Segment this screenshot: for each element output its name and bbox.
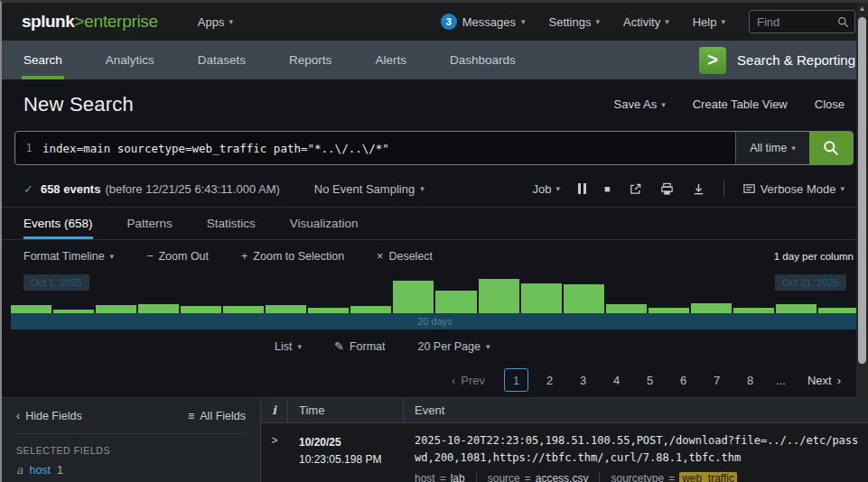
event-sampling-menu[interactable]: No Event Sampling ▾ — [314, 182, 425, 196]
timeline-bar[interactable] — [11, 305, 51, 313]
tab-visualization[interactable]: Visualization — [290, 208, 359, 239]
scroll-up-icon[interactable]: ▲ — [856, 5, 868, 13]
timeline-bar[interactable] — [521, 283, 562, 313]
prev-page-button[interactable]: ‹ Prev — [452, 374, 485, 387]
apps-menu[interactable]: Apps ▾ — [198, 15, 233, 29]
create-table-view-button[interactable]: Create Table View — [693, 97, 788, 111]
timeline-bar[interactable] — [606, 304, 647, 313]
page-button-1[interactable]: 1 — [504, 368, 528, 392]
timeline-bar[interactable] — [138, 304, 179, 313]
timeline-bar[interactable] — [776, 304, 817, 313]
print-icon — [660, 182, 674, 196]
event-raw-text[interactable]: 2025-10-20T22:23:05,198.51.100.55,POST,/… — [415, 432, 863, 467]
per-page-label: 20 Per Page — [417, 340, 481, 353]
messages-menu[interactable]: 3 Messages ▾ — [441, 14, 526, 30]
fields-sidebar: ‹ Hide Fields ≡ All Fields SELECTED FIEL… — [2, 398, 261, 482]
create-table-view-label: Create Table View — [693, 97, 788, 111]
nav-item-analytics[interactable]: Analytics — [104, 41, 156, 79]
all-fields-button[interactable]: ≡ All Fields — [188, 410, 246, 422]
timeline-bar[interactable] — [181, 306, 221, 313]
timeline-bar[interactable] — [564, 284, 604, 313]
current-app[interactable]: > Search & Reporting — [699, 41, 855, 79]
field-item-host[interactable]: a host 1 — [16, 463, 246, 477]
share-job-button[interactable] — [629, 182, 642, 196]
view-type-menu[interactable]: List ▾ — [275, 340, 302, 353]
nav-item-search[interactable]: Search — [22, 41, 64, 79]
print-button[interactable] — [660, 182, 674, 196]
event-field-host[interactable]: host = lab — [415, 472, 476, 482]
help-menu[interactable]: Help ▾ — [693, 15, 725, 29]
scrollbar-thumb[interactable] — [858, 17, 866, 364]
timeline-histogram[interactable]: 20 days Oct 1, 2025 Oct 21, 2025 — [11, 272, 859, 329]
expand-event-button[interactable]: > — [261, 423, 288, 482]
search-mode-menu[interactable]: Verbose Mode ▾ — [742, 182, 845, 196]
page-button-4[interactable]: 4 — [604, 368, 629, 392]
nav-item-datasets[interactable]: Datasets — [196, 41, 247, 79]
activity-menu[interactable]: Activity ▾ — [623, 15, 669, 29]
settings-menu[interactable]: Settings ▾ — [549, 15, 601, 29]
format-results-label: Format — [350, 340, 386, 353]
chevron-down-icon: ▾ — [595, 17, 600, 26]
timeline-bar[interactable] — [393, 281, 434, 313]
job-label: Job — [532, 182, 551, 196]
vertical-scrollbar[interactable]: ▲ — [856, 3, 868, 398]
time-range-picker[interactable]: All time ▾ — [735, 132, 809, 164]
page-button-5[interactable]: 5 — [638, 368, 662, 392]
event-field-sourcetype[interactable]: sourcetype = web_traffic — [599, 472, 748, 482]
nav-item-alerts[interactable]: Alerts — [373, 41, 408, 79]
format-results-menu[interactable]: ✎ Format — [334, 339, 386, 353]
chevron-right-icon: › — [837, 374, 841, 387]
timeline-bar[interactable] — [266, 305, 306, 313]
hide-fields-button[interactable]: ‹ Hide Fields — [16, 410, 82, 422]
run-search-button[interactable] — [809, 132, 853, 164]
tab-statistics[interactable]: Statistics — [207, 208, 256, 239]
save-as-button[interactable]: Save As ▾ — [613, 97, 665, 111]
search-query-input[interactable]: index=main sourcetype=web_traffic path="… — [42, 132, 735, 164]
page-button-2[interactable]: 2 — [537, 368, 562, 392]
timeline-bar[interactable] — [691, 303, 732, 313]
timeline-start-label: Oct 1, 2025 — [23, 274, 89, 291]
job-menu[interactable]: Job ▾ — [532, 182, 560, 196]
all-fields-label: All Fields — [200, 410, 246, 422]
find-search-box[interactable] — [749, 10, 855, 33]
deselect-button[interactable]: × Deselect — [377, 250, 433, 263]
chevron-down-icon: ▾ — [661, 100, 666, 109]
page-title: New Search — [23, 93, 134, 116]
timeline-bar[interactable] — [818, 308, 859, 313]
page-button-3[interactable]: 3 — [571, 368, 595, 392]
nav-label: Reports — [289, 53, 331, 67]
timeline-bar[interactable] — [479, 279, 519, 313]
timeline-bar[interactable] — [649, 308, 689, 313]
nav-item-dashboards[interactable]: Dashboards — [448, 41, 518, 79]
timeline-bar[interactable] — [223, 306, 264, 313]
timeline-bar[interactable] — [435, 291, 476, 313]
tab-events[interactable]: Events (658) — [23, 208, 93, 239]
zoom-to-selection-button[interactable]: + Zoom to Selection — [241, 250, 344, 263]
stop-job-button[interactable]: ■ — [604, 183, 611, 194]
event-sampling-label: No Event Sampling — [314, 182, 415, 196]
event-field-source[interactable]: source = access.csv — [476, 472, 600, 482]
timeline-selection-band[interactable]: 20 days — [11, 313, 859, 329]
page-header: New Search Save As ▾ Create Table View C… — [2, 79, 868, 129]
timeline-bar[interactable] — [733, 308, 774, 313]
zoom-out-button[interactable]: − Zoom Out — [146, 250, 209, 263]
timeline-bar[interactable] — [308, 308, 349, 313]
splunk-logo[interactable]: splunk>enterprise — [22, 12, 158, 32]
timeline-bar[interactable] — [96, 305, 136, 313]
column-header-time[interactable]: Time — [288, 398, 404, 422]
timeline-bar[interactable] — [53, 310, 94, 313]
nav-item-reports[interactable]: Reports — [287, 41, 333, 79]
export-button[interactable] — [692, 182, 705, 196]
timeline-bar[interactable] — [350, 306, 391, 313]
page-button-8[interactable]: 8 — [738, 368, 762, 392]
format-timeline-menu[interactable]: Format Timeline ▾ — [23, 250, 114, 263]
per-page-menu[interactable]: 20 Per Page ▾ — [417, 340, 490, 353]
page-button-7[interactable]: 7 — [705, 368, 729, 392]
page-button-6[interactable]: 6 — [671, 368, 695, 392]
close-button[interactable]: Close — [815, 97, 845, 111]
tab-patterns[interactable]: Patterns — [127, 208, 173, 239]
find-input[interactable] — [757, 15, 837, 29]
pause-job-button[interactable] — [578, 183, 586, 194]
zoom-out-label: Zoom Out — [158, 250, 209, 263]
next-page-button[interactable]: Next › — [807, 374, 841, 387]
